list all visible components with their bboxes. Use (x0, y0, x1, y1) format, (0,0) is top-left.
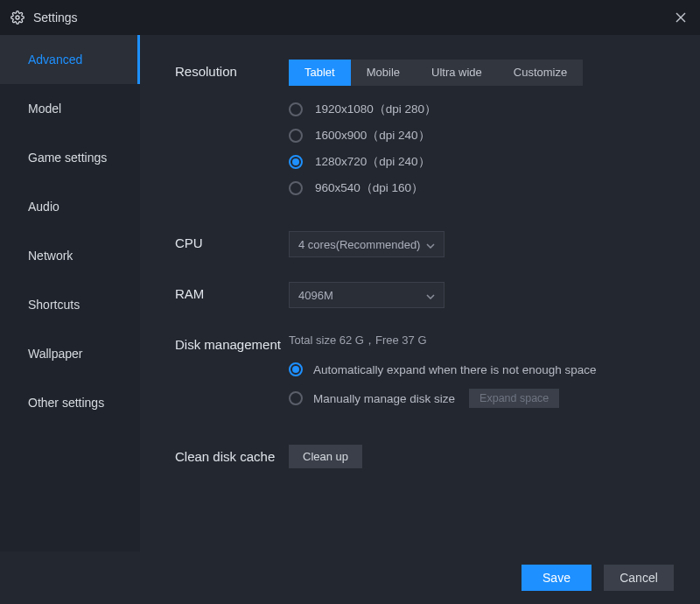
ram-select[interactable]: 4096M (289, 282, 444, 308)
radio-icon (289, 102, 303, 116)
cpu-value: 4 cores(Recommended) (298, 238, 420, 251)
disk-info: Total size 62 G，Free 37 G (289, 333, 665, 348)
resolution-option-label: 1920x1080（dpi 280） (315, 102, 437, 117)
footer: Save Cancel (0, 551, 700, 604)
gear-icon (10, 11, 24, 25)
expand-space-button[interactable]: Expand space (469, 389, 559, 408)
disk-label: Disk management (175, 333, 289, 352)
resolution-option-1280x720[interactable]: 1280x720（dpi 240） (289, 154, 665, 170)
titlebar: Settings (0, 0, 700, 35)
chevron-down-icon (426, 238, 435, 251)
resolution-option-1600x900[interactable]: 1600x900（dpi 240） (289, 128, 665, 144)
radio-icon (289, 362, 303, 376)
clean-label: Clean disk cache (175, 445, 289, 464)
disk-manual-label: Manually manage disk size (313, 392, 455, 405)
tab-ultra-wide[interactable]: Ultra wide (416, 60, 498, 86)
resolution-tabs: Tablet Mobile Ultra wide Customize (289, 60, 583, 86)
resolution-label: Resolution (175, 60, 289, 79)
resolution-option-label: 1600x900（dpi 240） (315, 128, 430, 144)
clean-up-button[interactable]: Clean up (289, 445, 362, 468)
tab-mobile[interactable]: Mobile (351, 60, 416, 86)
sidebar-item-other-settings[interactable]: Other settings (0, 378, 140, 427)
content-panel: Resolution Tablet Mobile Ultra wide Cust… (140, 35, 700, 551)
disk-auto-option[interactable]: Automatically expand when there is not e… (289, 362, 665, 376)
svg-point-0 (16, 16, 19, 19)
ram-value: 4096M (298, 289, 333, 302)
tab-customize[interactable]: Customize (498, 60, 583, 86)
sidebar-item-game-settings[interactable]: Game settings (0, 133, 140, 182)
chevron-down-icon (426, 289, 435, 302)
sidebar-item-wallpaper[interactable]: Wallpaper (0, 329, 140, 378)
sidebar-item-shortcuts[interactable]: Shortcuts (0, 280, 140, 329)
sidebar-item-model[interactable]: Model (0, 84, 140, 133)
radio-icon (289, 181, 303, 195)
radio-icon (289, 155, 303, 169)
radio-icon (289, 129, 303, 143)
disk-manual-option[interactable]: Manually manage disk size Expand space (289, 389, 665, 408)
resolution-option-label: 960x540（dpi 160） (315, 180, 424, 196)
ram-label: RAM (175, 282, 289, 301)
radio-icon (289, 391, 303, 405)
save-button[interactable]: Save (522, 565, 592, 591)
resolution-option-1920x1080[interactable]: 1920x1080（dpi 280） (289, 102, 665, 117)
sidebar-item-audio[interactable]: Audio (0, 182, 140, 231)
resolution-option-label: 1280x720（dpi 240） (315, 154, 430, 170)
disk-auto-label: Automatically expand when there is not e… (313, 363, 596, 376)
cpu-label: CPU (175, 231, 289, 250)
tab-tablet[interactable]: Tablet (289, 60, 351, 86)
sidebar-item-network[interactable]: Network (0, 231, 140, 280)
window-title: Settings (33, 11, 672, 25)
resolution-option-960x540[interactable]: 960x540（dpi 160） (289, 180, 665, 196)
sidebar: Advanced Model Game settings Audio Netwo… (0, 35, 140, 551)
cpu-select[interactable]: 4 cores(Recommended) (289, 231, 444, 257)
sidebar-item-advanced[interactable]: Advanced (0, 35, 140, 84)
cancel-button[interactable]: Cancel (604, 565, 674, 591)
close-icon[interactable] (672, 9, 690, 26)
